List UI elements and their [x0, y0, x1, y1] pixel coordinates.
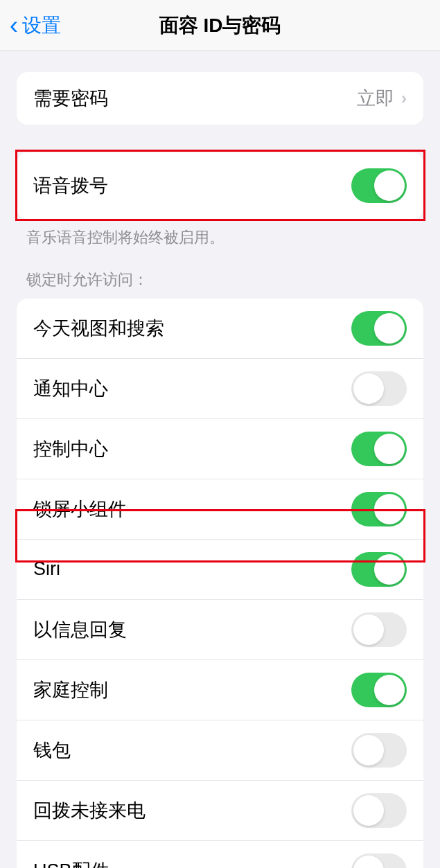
lock-access-row: 家庭控制: [17, 659, 423, 720]
voice-dial-group: 语音拨号: [17, 152, 423, 219]
lock-access-label: 锁屏小组件: [33, 497, 127, 522]
lock-access-label: USB配件: [33, 858, 109, 868]
toggle-knob: [374, 434, 405, 464]
lock-access-label: 以信息回复: [33, 617, 127, 642]
lock-access-row: 回拨未接来电: [17, 780, 423, 840]
toggle-knob: [374, 675, 405, 705]
require-passcode-label: 需要密码: [33, 86, 108, 111]
back-button[interactable]: ‹ 设置: [0, 12, 61, 39]
require-passcode-row[interactable]: 需要密码 立即 ›: [17, 72, 423, 125]
toggle-knob: [353, 373, 384, 404]
lock-access-label: 通知中心: [33, 376, 108, 401]
toggle-knob: [353, 856, 384, 868]
lock-access-row: Siri: [17, 539, 423, 599]
voice-dial-row: 语音拨号: [17, 152, 423, 219]
toggle-knob: [374, 554, 405, 585]
lock-access-row: 锁屏小组件: [17, 479, 423, 539]
lock-access-row: 今天视图和搜索: [17, 299, 423, 358]
lock-access-toggle[interactable]: [351, 552, 407, 587]
lock-access-row: 以信息回复: [17, 599, 423, 659]
toggle-knob: [374, 494, 405, 524]
lock-access-toggle[interactable]: [351, 492, 407, 526]
lock-access-label: 今天视图和搜索: [33, 316, 164, 341]
voice-dial-footer: 音乐语音控制将始终被启用。: [0, 219, 440, 249]
require-passcode-value: 立即: [357, 86, 394, 111]
lock-access-label: 家庭控制: [33, 677, 108, 702]
lock-access-row: 钱包: [17, 720, 423, 780]
lock-access-label: Siri: [33, 558, 60, 580]
toggle-knob: [353, 614, 384, 645]
lock-access-label: 控制中心: [33, 436, 108, 461]
lock-access-toggle[interactable]: [351, 733, 407, 768]
lock-access-toggle[interactable]: [351, 673, 407, 707]
voice-dial-label: 语音拨号: [33, 173, 108, 198]
toggle-knob: [374, 170, 405, 201]
chevron-right-icon: ›: [401, 89, 407, 108]
lock-access-header: 锁定时允许访问：: [0, 269, 440, 299]
lock-access-toggle[interactable]: [351, 793, 407, 828]
lock-access-toggle[interactable]: [351, 432, 407, 466]
voice-dial-toggle[interactable]: [351, 168, 407, 203]
toggle-knob: [353, 735, 384, 765]
toggle-knob: [353, 795, 384, 826]
lock-access-toggle[interactable]: [351, 612, 407, 647]
passcode-group: 需要密码 立即 ›: [17, 72, 423, 125]
lock-access-toggle[interactable]: [351, 371, 407, 406]
nav-bar: ‹ 设置 面容 ID与密码: [0, 0, 440, 51]
lock-access-toggle[interactable]: [351, 853, 407, 868]
lock-access-label: 钱包: [33, 738, 71, 763]
chevron-left-icon: ‹: [10, 13, 18, 38]
back-label: 设置: [22, 12, 61, 39]
content: 需要密码 立即 › 语音拨号 音乐语音控制将始终被启用。 锁定时允许访问： 今天…: [0, 51, 440, 868]
lock-access-label: 回拨未接来电: [33, 798, 146, 823]
page-title: 面容 ID与密码: [159, 12, 281, 39]
row-right: 立即 ›: [357, 86, 407, 111]
lock-access-row: 控制中心: [17, 418, 423, 479]
lock-access-row: 通知中心: [17, 358, 423, 418]
toggle-knob: [374, 313, 405, 344]
lock-access-toggle[interactable]: [351, 311, 407, 346]
lock-access-row: USB配件: [17, 840, 423, 868]
lock-access-group: 今天视图和搜索通知中心控制中心锁屏小组件Siri以信息回复家庭控制钱包回拨未接来…: [17, 299, 423, 868]
